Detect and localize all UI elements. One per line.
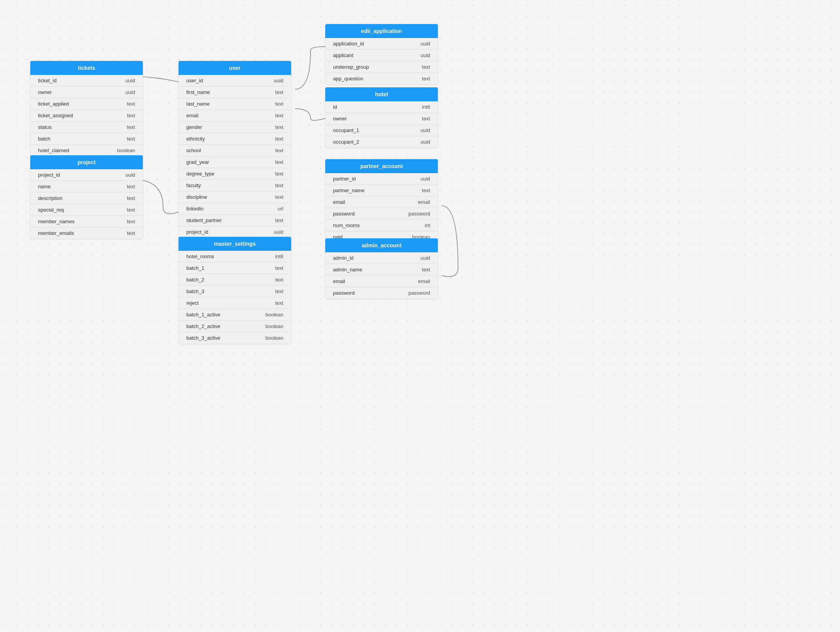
column-name: project_id — [186, 229, 208, 235]
table-row: first_nametext — [179, 86, 291, 98]
column-type: text — [127, 195, 135, 201]
column-name: owner — [333, 116, 347, 122]
column-type: text — [275, 89, 283, 95]
column-name: occupant_2 — [333, 139, 359, 145]
table-row: nametext — [30, 181, 143, 192]
column-name: email — [186, 113, 198, 118]
table-tickets: tickets ticket_iduuidowneruuidticket_app… — [30, 61, 143, 156]
column-name: app_question — [333, 76, 363, 82]
table-row: grad_yeartext — [179, 156, 291, 168]
column-type: text — [422, 116, 430, 122]
table-row: schooltext — [179, 144, 291, 156]
table-row: batch_1text — [179, 262, 291, 274]
column-name: description — [38, 195, 62, 201]
table-row: application_iduuid — [325, 38, 438, 49]
table-user-header: user — [179, 61, 291, 75]
table-row: emailemail — [325, 275, 438, 287]
table-hotel-header: hotel — [325, 87, 438, 101]
table-row: batch_3text — [179, 285, 291, 297]
column-type: uuid — [125, 172, 135, 178]
table-master-settings-header: master_settings — [179, 237, 291, 251]
table-admin-account-body: admin_iduuidadmin_nametextemailemailpass… — [325, 252, 438, 299]
table-row: passwordpassword — [325, 208, 438, 219]
table-row: ethnicitytext — [179, 133, 291, 144]
table-admin-account: admin_account admin_iduuidadmin_nametext… — [325, 238, 438, 299]
column-name: partner_id — [333, 176, 356, 182]
column-type: text — [127, 101, 135, 107]
table-row: linkedinurl — [179, 203, 291, 214]
table-row: project_iduuid — [179, 226, 291, 238]
column-name: ticket_assigned — [38, 113, 73, 118]
table-row: ownertext — [325, 113, 438, 124]
column-type: text — [422, 76, 430, 82]
column-type: uuid — [420, 52, 430, 58]
column-name: member_emails — [38, 230, 74, 236]
column-name: school — [186, 148, 201, 153]
column-type: uuid — [420, 255, 430, 261]
column-name: occupant_1 — [333, 127, 359, 133]
column-type: password — [408, 290, 430, 296]
table-row: student_partnertext — [179, 214, 291, 226]
column-type: text — [127, 136, 135, 142]
table-row: member_emailstext — [30, 227, 143, 239]
column-type: email — [418, 278, 430, 284]
table-row: idint8 — [325, 101, 438, 113]
column-name: status — [38, 124, 52, 130]
table-row: applicantuuid — [325, 49, 438, 61]
column-name: last_name — [186, 101, 210, 107]
column-type: text — [275, 265, 283, 271]
table-project-header: project — [30, 155, 143, 169]
table-row: last_nametext — [179, 98, 291, 109]
table-row: emailtext — [179, 109, 291, 121]
column-name: ethnicity — [186, 136, 205, 142]
column-type: text — [275, 171, 283, 177]
column-type: boolean — [266, 335, 283, 341]
column-name: admin_id — [333, 255, 354, 261]
table-row: batch_3_activeboolean — [179, 332, 291, 344]
column-name: degree_type — [186, 171, 214, 177]
column-type: text — [127, 124, 135, 130]
table-row: degree_typetext — [179, 168, 291, 179]
table-hotel-body: idint8ownertextoccupant_1uuidoccupant_2u… — [325, 101, 438, 148]
column-type: text — [275, 136, 283, 142]
column-name: grad_year — [186, 159, 209, 165]
table-project-body: project_iduuidnametextdescriptiontextspe… — [30, 169, 143, 239]
column-name: underrep_group — [333, 64, 369, 70]
table-edii-application-body: application_iduuidapplicantuuidunderrep_… — [325, 38, 438, 84]
table-partner-account-body: partner_iduuidpartner_nametextemailemail… — [325, 173, 438, 243]
column-type: text — [127, 113, 135, 118]
table-row: gendertext — [179, 121, 291, 133]
column-type: boolean — [117, 148, 135, 153]
column-name: batch_3 — [186, 288, 204, 294]
column-type: uuid — [274, 78, 283, 83]
table-row: num_roomsint — [325, 219, 438, 231]
column-type: url — [278, 206, 283, 212]
column-type: int8 — [275, 253, 283, 259]
column-type: uuid — [420, 139, 430, 145]
table-row: hotel_claimedboolean — [30, 144, 143, 156]
diagram-container: tickets ticket_iduuidowneruuidticket_app… — [0, 0, 840, 632]
column-type: text — [275, 194, 283, 200]
column-name: user_id — [186, 78, 203, 83]
table-row: facultytext — [179, 179, 291, 191]
column-type: text — [275, 124, 283, 130]
table-row: disciplinetext — [179, 191, 291, 203]
column-type: uuid — [420, 176, 430, 182]
table-master-settings: master_settings hotel_roomsint8batch_1te… — [179, 237, 291, 344]
column-name: hotel_rooms — [186, 253, 214, 259]
column-name: admin_name — [333, 267, 362, 273]
column-name: project_id — [38, 172, 60, 178]
column-type: text — [127, 184, 135, 189]
table-row: ticket_appliedtext — [30, 98, 143, 109]
table-row: member_namestext — [30, 215, 143, 227]
column-type: email — [418, 199, 430, 205]
column-name: gender — [186, 124, 202, 130]
column-name: applicant — [333, 52, 353, 58]
column-type: text — [127, 219, 135, 224]
column-type: uuid — [125, 78, 135, 83]
column-name: hotel_claimed — [38, 148, 69, 153]
table-master-settings-body: hotel_roomsint8batch_1textbatch_2textbat… — [179, 251, 291, 344]
table-row: app_questiontext — [325, 73, 438, 84]
table-row: batch_1_activeboolean — [179, 309, 291, 320]
table-admin-account-header: admin_account — [325, 238, 438, 252]
